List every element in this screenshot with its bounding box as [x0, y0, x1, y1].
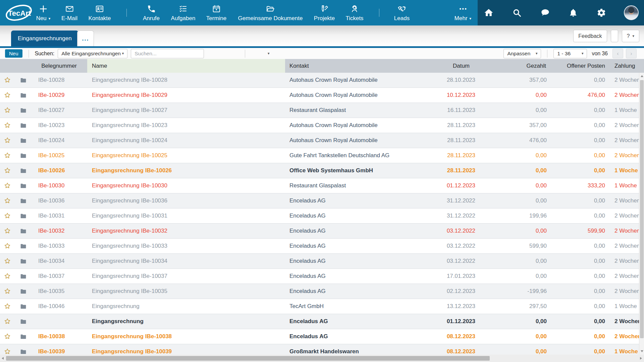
favorite-star-icon[interactable] — [0, 318, 15, 325]
table-row[interactable]: IBe-10029Eingangsrechnung IBe-10029Autoh… — [0, 88, 644, 103]
column-header-kontakt[interactable]: Kontakt — [285, 63, 416, 69]
scroll-left-arrow[interactable] — [2, 357, 4, 360]
folder-icon[interactable] — [15, 92, 32, 99]
folder-icon[interactable] — [15, 258, 32, 265]
nav-item-projekte[interactable]: Projekte — [314, 4, 335, 22]
favorite-star-icon[interactable] — [0, 303, 15, 310]
vertical-scrollbar[interactable] — [639, 73, 644, 355]
nav-item-email[interactable]: E-Mail — [61, 4, 77, 22]
table-row[interactable]: IBe-10037Eingangsrechnung IBe-10037Encel… — [0, 269, 644, 284]
favorite-star-icon[interactable] — [0, 333, 15, 340]
search-icon[interactable] — [511, 7, 523, 18]
table-row[interactable]: IBe-10039Eingangsrechnung IBe-10039Großm… — [0, 344, 644, 355]
folder-icon[interactable] — [15, 213, 32, 220]
folder-icon[interactable] — [15, 197, 32, 204]
favorite-star-icon[interactable] — [0, 167, 15, 174]
folder-icon[interactable] — [15, 107, 32, 114]
folder-icon[interactable] — [15, 167, 32, 174]
table-row[interactable]: IBe-10025Eingangsrechnung IBe-10025Gute … — [0, 148, 644, 163]
table-row[interactable]: EingangsrechnungEnceladus AG01.12.20230,… — [0, 314, 644, 329]
nav-item-anrufe[interactable]: Anrufe — [143, 4, 160, 22]
favorite-star-icon[interactable] — [0, 257, 15, 265]
favorite-star-icon[interactable] — [0, 273, 15, 280]
prev-page-button[interactable]: ‹ — [612, 49, 623, 58]
favorite-star-icon[interactable] — [0, 92, 15, 99]
folder-icon[interactable] — [15, 348, 32, 355]
bell-icon[interactable] — [568, 7, 579, 18]
new-record-button[interactable]: Neu — [5, 49, 22, 58]
feedback-button[interactable]: Feedback — [573, 30, 607, 42]
table-row[interactable]: IBe-10030Eingangsrechnung IBe-10030Resta… — [0, 178, 644, 193]
vertical-scroll-thumb[interactable] — [640, 80, 644, 338]
favorite-star-icon[interactable] — [0, 122, 15, 129]
favorite-star-icon[interactable] — [0, 227, 15, 235]
nav-item-termine[interactable]: Termine — [206, 4, 226, 22]
column-header-name[interactable]: Name — [87, 59, 285, 73]
nav-item-kontakte[interactable]: Kontakte — [88, 4, 111, 22]
nav-item-aufgaben[interactable]: Aufgaben — [171, 4, 196, 22]
folder-icon[interactable] — [15, 333, 32, 340]
table-row[interactable]: IBe-10034Eingangsrechnung IBe-10034Encel… — [0, 254, 644, 269]
favorite-star-icon[interactable] — [0, 137, 15, 144]
tecart-logo[interactable]: TecArt ® — [5, 2, 33, 23]
range-select[interactable]: 1 - 36 ▾ — [553, 49, 587, 58]
nav-item-neu[interactable]: Neu▾ — [36, 4, 51, 22]
save-icon[interactable]: ▾ — [260, 49, 275, 58]
favorite-icon[interactable] — [230, 49, 241, 58]
favorite-star-icon[interactable] — [0, 212, 15, 220]
table-row[interactable]: IBe-10038Eingangsrechnung IBe-10038Encel… — [0, 329, 644, 344]
search-icon[interactable] — [207, 49, 219, 58]
folder-icon[interactable] — [15, 122, 32, 129]
table-row[interactable]: IBe-10031Eingangsrechnung IBe-10031Encel… — [0, 208, 644, 224]
gear-icon[interactable] — [596, 7, 607, 18]
help-button[interactable]: ? ▾ — [622, 30, 639, 42]
filter-icon[interactable] — [219, 49, 230, 58]
column-header-gezahlt[interactable]: Gezahlt — [476, 63, 547, 69]
chat-icon[interactable] — [539, 7, 551, 18]
folder-icon[interactable] — [15, 288, 32, 295]
home-icon[interactable] — [483, 7, 494, 18]
column-header-offener-posten[interactable]: Offener Posten — [547, 63, 605, 69]
nav-item-leads[interactable]: Leads — [394, 4, 410, 22]
scroll-up-arrow[interactable] — [641, 75, 643, 77]
column-header-belegnummer[interactable]: Belegnummer — [32, 63, 87, 69]
horizontal-scrollbar[interactable] — [0, 355, 644, 362]
folder-icon[interactable] — [15, 137, 32, 144]
folder-icon[interactable] — [15, 303, 32, 310]
scroll-down-arrow[interactable] — [641, 350, 643, 352]
nav-item-mehr[interactable]: Mehr▾ — [454, 4, 471, 22]
table-row[interactable]: IBe-10033Eingangsrechnung IBe-10033Encel… — [0, 239, 644, 254]
favorite-star-icon[interactable] — [0, 152, 15, 159]
tab-more[interactable]: ... — [77, 31, 94, 46]
favorite-star-icon[interactable] — [0, 288, 15, 295]
table-row[interactable]: IBe-10032Eingangsrechnung IBe-10032Encel… — [0, 224, 644, 239]
table-row[interactable]: IBe-10023Eingangsrechnung IBe-10023Autoh… — [0, 118, 644, 133]
favorite-star-icon[interactable] — [0, 348, 15, 355]
folder-icon[interactable] — [15, 152, 32, 159]
folder-icon[interactable] — [15, 228, 32, 235]
column-header-datum[interactable]: Datum — [416, 63, 476, 69]
refresh-icon[interactable] — [249, 49, 260, 58]
table-row[interactable]: IBe-10024Eingangsrechnung IBe-10024Autoh… — [0, 133, 644, 148]
favorite-star-icon[interactable] — [0, 242, 15, 250]
nav-item-tickets[interactable]: Tickets — [345, 4, 363, 22]
document-button[interactable] — [611, 30, 618, 42]
table-row[interactable]: IBe-10046EingangsrechnungTecArt GmbH13.1… — [0, 299, 644, 314]
folder-icon[interactable] — [15, 318, 32, 325]
customize-select[interactable]: Anpassen ▾ — [503, 49, 541, 58]
scroll-right-arrow[interactable] — [640, 357, 642, 360]
table-row[interactable]: IBe-10035Eingangsrechnung IBe-10035Encel… — [0, 284, 644, 299]
horizontal-scroll-thumb[interactable] — [6, 356, 490, 361]
folder-icon[interactable] — [15, 243, 32, 250]
table-row[interactable]: IBe-10026Eingangsrechnung IBe-10026Offic… — [0, 163, 644, 178]
search-scope-select[interactable]: Alle Eingangsrechnungen ▾ — [58, 49, 127, 58]
table-row[interactable]: IBe-10027Eingangsrechnung IBe-10027Resta… — [0, 103, 644, 118]
table-row[interactable]: IBe-10036Eingangsrechnung IBe-10036Encel… — [0, 193, 644, 208]
folder-icon[interactable] — [15, 182, 32, 189]
folder-icon[interactable] — [15, 77, 32, 84]
favorite-star-icon[interactable] — [0, 182, 15, 189]
favorite-star-icon[interactable] — [0, 76, 15, 84]
favorite-star-icon[interactable] — [0, 107, 15, 114]
favorite-star-icon[interactable] — [0, 197, 15, 204]
table-row[interactable]: IBe-10028Eingangsrechnung IBe-10028Autoh… — [0, 73, 644, 88]
